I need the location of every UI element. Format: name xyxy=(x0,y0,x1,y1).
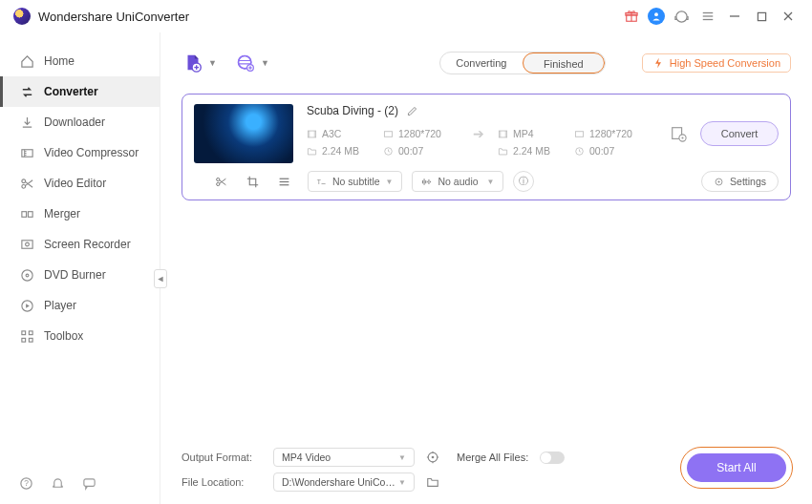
add-url-dropdown[interactable]: ▼ xyxy=(261,58,269,68)
sidebar-item-label: Screen Recorder xyxy=(44,238,131,251)
audio-label: No audio xyxy=(438,176,479,187)
svg-rect-39 xyxy=(384,131,392,136)
output-format-select[interactable]: MP4 Video ▼ xyxy=(273,448,415,467)
sidebar-item-label: Downloader xyxy=(44,116,105,129)
feedback-icon[interactable] xyxy=(82,476,96,491)
sidebar-item-label: Video Compressor xyxy=(44,146,139,159)
sidebar-item-merger[interactable]: Merger xyxy=(0,199,160,229)
content-area: ▼ ▼ Converting Finished High Speed Conve… xyxy=(160,32,812,504)
svg-point-46 xyxy=(681,136,683,138)
tabs: Converting Finished xyxy=(439,52,606,74)
high-speed-conversion-button[interactable]: High Speed Conversion xyxy=(642,53,791,73)
sidebar-item-label: Toolbox xyxy=(44,329,83,343)
sidebar-item-home[interactable]: Home xyxy=(0,46,160,76)
add-file-dropdown[interactable]: ▼ xyxy=(208,58,217,68)
maximize-button[interactable] xyxy=(751,6,772,27)
more-icon[interactable] xyxy=(278,176,290,188)
tab-converting[interactable]: Converting xyxy=(440,52,523,74)
chevron-down-icon: ▼ xyxy=(398,453,406,462)
add-url-button[interactable] xyxy=(234,52,257,74)
sidebar-item-downloader[interactable]: Downloader xyxy=(0,107,160,137)
sidebar-item-editor[interactable]: Video Editor xyxy=(0,168,160,199)
titlebar: Wondershare UniConverter xyxy=(0,0,812,32)
clock-icon xyxy=(574,146,585,157)
svg-point-4 xyxy=(675,10,686,21)
sidebar-item-label: Video Editor xyxy=(44,177,106,190)
svg-point-13 xyxy=(21,178,25,182)
dst-size: 2.24 MB xyxy=(513,145,550,157)
play-icon xyxy=(19,298,34,313)
sidebar-item-label: Player xyxy=(44,299,76,312)
support-icon[interactable] xyxy=(671,6,692,27)
app-logo xyxy=(13,8,31,25)
src-size: 2.24 MB xyxy=(322,145,359,157)
sidebar-item-dvd[interactable]: DVD Burner xyxy=(0,260,160,290)
merge-label: Merge All Files: xyxy=(457,452,528,463)
svg-rect-23 xyxy=(29,330,32,334)
sidebar-item-player[interactable]: Player xyxy=(0,290,160,321)
svg-rect-43 xyxy=(575,131,583,136)
svg-text:?: ? xyxy=(24,478,29,488)
dst-res: 1280*720 xyxy=(589,128,632,139)
help-icon[interactable]: ? xyxy=(19,476,33,491)
audio-select[interactable]: No audio ▼ xyxy=(412,171,503,192)
settings-label: Settings xyxy=(730,176,766,187)
svg-point-19 xyxy=(21,269,32,280)
trim-icon[interactable] xyxy=(215,176,227,188)
svg-point-50 xyxy=(217,182,220,185)
settings-button[interactable]: Settings xyxy=(701,171,779,192)
svg-point-20 xyxy=(26,274,29,277)
scissors-icon xyxy=(19,176,34,191)
subtitle-label: No subtitle xyxy=(332,176,380,187)
toolbar: ▼ ▼ Converting Finished High Speed Conve… xyxy=(182,46,791,80)
file-location-select[interactable]: D:\Wondershare UniConverter ▼ xyxy=(273,472,415,492)
convert-button[interactable]: Convert xyxy=(700,121,779,146)
crop-icon[interactable] xyxy=(246,176,259,188)
minimize-button[interactable] xyxy=(724,6,745,27)
close-button[interactable] xyxy=(778,6,799,27)
svg-point-59 xyxy=(432,456,435,459)
file-title: Scuba Diving - (2) xyxy=(307,104,398,117)
svg-point-57 xyxy=(718,180,720,182)
preset-icon[interactable] xyxy=(670,125,687,142)
file-card: Scuba Diving - (2) A3C 1280*720 ➔ MP4 12… xyxy=(182,94,791,200)
app-title: Wondershare UniConverter xyxy=(38,10,189,24)
resolution-icon xyxy=(574,129,585,139)
gift-icon[interactable] xyxy=(621,6,642,27)
tab-finished[interactable]: Finished xyxy=(523,52,605,74)
subtitle-select[interactable]: T No subtitle ▼ xyxy=(308,171,402,192)
sidebar-item-label: DVD Burner xyxy=(44,268,106,282)
output-settings-icon[interactable] xyxy=(426,451,439,464)
sidebar-item-converter[interactable]: Converter xyxy=(0,76,160,107)
output-format-label: Output Format: xyxy=(182,452,262,463)
folder-icon xyxy=(498,146,508,157)
svg-rect-28 xyxy=(84,479,95,487)
menu-icon[interactable] xyxy=(697,6,718,27)
file-location-value: D:\Wondershare UniConverter xyxy=(282,476,398,488)
sidebar-item-recorder[interactable]: Screen Recorder xyxy=(0,229,160,260)
chevron-down-icon: ▼ xyxy=(398,478,406,487)
open-folder-icon[interactable] xyxy=(426,475,439,489)
info-button[interactable]: ⓘ xyxy=(513,171,534,192)
add-file-button[interactable] xyxy=(182,52,204,74)
merge-icon xyxy=(19,206,34,221)
compress-icon xyxy=(19,145,34,160)
svg-rect-16 xyxy=(28,211,32,217)
svg-rect-25 xyxy=(29,338,32,342)
sidebar-item-toolbox[interactable]: Toolbox xyxy=(0,321,160,351)
bell-icon[interactable] xyxy=(51,476,65,491)
rename-icon[interactable] xyxy=(406,105,418,117)
home-icon xyxy=(19,53,34,69)
output-format-value: MP4 Video xyxy=(282,452,331,463)
svg-point-14 xyxy=(21,184,25,188)
start-all-button[interactable]: Start All xyxy=(687,453,786,482)
svg-point-18 xyxy=(25,242,29,246)
sidebar-item-compressor[interactable]: Video Compressor xyxy=(0,137,160,168)
merge-toggle[interactable] xyxy=(540,452,565,464)
film-icon xyxy=(307,129,317,139)
subtitle-icon: T xyxy=(316,177,327,187)
user-avatar-icon[interactable] xyxy=(648,8,665,25)
video-thumbnail[interactable] xyxy=(194,104,293,163)
audio-icon xyxy=(420,177,433,187)
dst-format: MP4 xyxy=(513,128,534,139)
